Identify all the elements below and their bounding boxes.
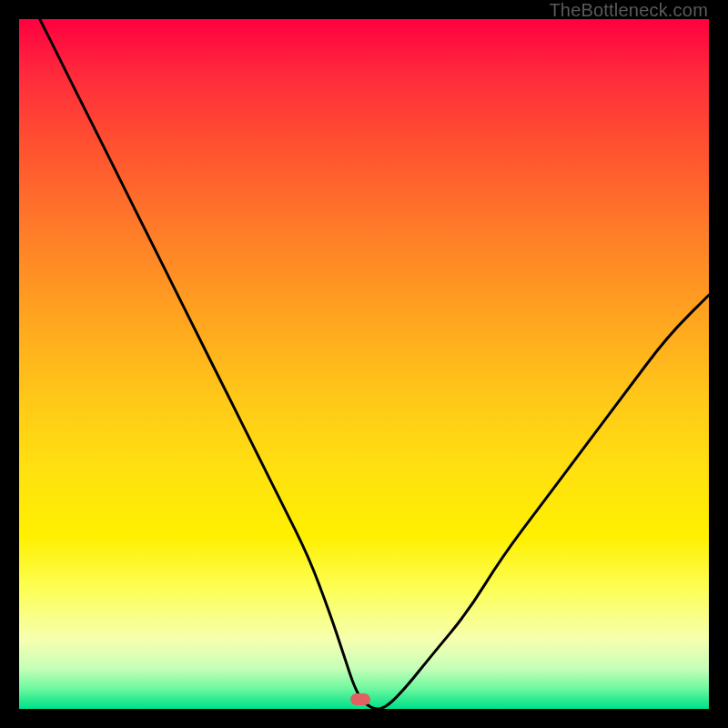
chart-frame: { "watermark": "TheBottleneck.com", "mar… — [0, 0, 728, 728]
optimum-marker — [350, 693, 370, 705]
watermark-text: TheBottleneck.com — [549, 0, 708, 21]
bottleneck-curve — [19, 19, 709, 709]
plot-area — [19, 19, 709, 709]
